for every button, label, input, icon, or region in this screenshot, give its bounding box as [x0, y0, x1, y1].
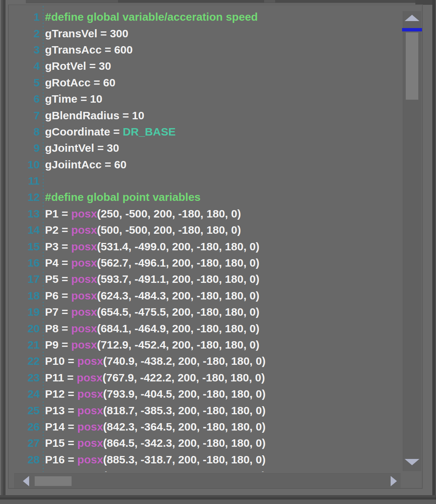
code-token-func: posx [77, 453, 103, 466]
code-line: 6gTime = 10 [10, 91, 403, 107]
line-number: 3 [10, 44, 42, 56]
code-token-plain: (818.7, -385.3, 200, -180, 180, 0) [103, 404, 266, 416]
code-token-plain: P2 = [45, 224, 71, 236]
code-text: gBlendRadius = 10 [45, 109, 144, 122]
code-line: 13P1 = posx(250, -500, 200, -180, 180, 0… [10, 206, 403, 222]
code-token-func: posx [77, 404, 103, 416]
window-frame-bottom-edge [0, 500, 436, 504]
code-text: P12 = posx(793.9, -404.5, 200, -180, 180… [45, 388, 266, 400]
code-line: 10gJoiintAcc = 60 [10, 157, 403, 173]
line-number: 25 [10, 404, 42, 417]
code-token-plain: P10 = [45, 355, 77, 367]
code-token-plain: gRotVel = 30 [45, 60, 111, 72]
line-number: 23 [10, 371, 42, 384]
scroll-left-arrow-icon[interactable] [23, 476, 29, 486]
code-token-func: posx [71, 224, 97, 236]
code-token-plain: P6 = [45, 289, 71, 302]
code-token-plain: P15 = [45, 437, 77, 449]
code-token-plain: (740.9, -438.2, 200, -180, 180, 0) [103, 355, 266, 367]
vertical-scrollbar-thumb[interactable] [406, 32, 418, 100]
cropped-toolbar-button-edge [118, 0, 264, 3]
code-token-plain: P7 = [45, 306, 71, 318]
code-line: 27P15 = posx(864.5, -342.3, 200, -180, 1… [10, 435, 403, 451]
code-line: 2gTransVel = 300 [10, 25, 403, 41]
code-token-plain: gJoiintAcc = 60 [45, 158, 127, 171]
line-number: 8 [10, 126, 42, 138]
horizontal-scrollbar[interactable] [14, 473, 401, 488]
window-frame-right [432, 0, 435, 504]
code-token-plain: (562.7, -496.1, 200, -180, 180, 0) [97, 257, 259, 269]
code-text: P5 = posx(593.7, -491.1, 200, -180, 180,… [45, 273, 259, 285]
line-number: 15 [10, 240, 42, 253]
code-text: #define global point variables [45, 191, 201, 203]
code-token-func: posx [71, 257, 97, 269]
horizontal-scrollbar-thumb[interactable] [35, 476, 72, 486]
code-token-plain: (793.9, -404.5, 200, -180, 180, 0) [103, 388, 266, 400]
code-line: 19P7 = posx(654.5, -475.5, 200, -180, 18… [10, 304, 403, 320]
line-number: 5 [10, 76, 42, 89]
code-token-plain: (842.3, -364.5, 200, -180, 180, 0) [103, 421, 266, 433]
code-line: 20P8 = posx(684.1, -464.9, 200, -180, 18… [10, 320, 403, 336]
scroll-position-indicator [402, 28, 422, 31]
code-text: P16 = posx(885.3, -318.7, 200, -180, 180… [45, 453, 266, 466]
scroll-right-arrow-icon[interactable] [391, 476, 397, 486]
code-token-plain: (904.7, -293.9, 200, -180, 180, 0) [103, 470, 266, 472]
code-line: 1#define global variable/acceration spee… [10, 9, 403, 25]
code-line: 8gCoordinate = DR_BASE [10, 124, 403, 140]
code-token-plain: P17 = [45, 470, 77, 472]
code-line: 7gBlendRadius = 10 [10, 107, 403, 123]
line-number: 16 [10, 257, 42, 269]
code-line: 15P3 = posx(531.4, -499.0, 200, -180, 18… [10, 238, 403, 254]
code-token-plain: (767.9, -422.2, 200, -180, 180, 0) [103, 371, 265, 384]
code-token-plain: gTime = 10 [45, 93, 102, 105]
code-line: 9gJointVel = 30 [10, 140, 403, 156]
code-token-const: DR_BASE [123, 126, 176, 138]
line-number: 21 [10, 339, 42, 351]
scroll-down-arrow-icon[interactable] [405, 459, 419, 465]
code-token-func: posx [77, 355, 103, 367]
code-token-plain: gTransVel = 300 [45, 27, 128, 40]
code-token-comment: #define global point variables [45, 191, 201, 203]
code-line: 18P6 = posx(624.3, -484.3, 200, -180, 18… [10, 288, 403, 304]
line-number: 10 [10, 158, 42, 171]
code-token-plain: (500, -500, 200, -180, 180, 0) [97, 224, 241, 236]
vertical-scrollbar[interactable] [403, 11, 421, 471]
code-token-plain: P5 = [45, 273, 71, 285]
code-token-plain: P8 = [45, 322, 71, 335]
code-token-plain: (624.3, -484.3, 200, -180, 180, 0) [97, 289, 259, 302]
code-line: 14P2 = posx(500, -500, 200, -180, 180, 0… [10, 222, 403, 238]
script-editor-panel: 1#define global variable/acceration spee… [8, 4, 423, 489]
code-token-plain: (250, -500, 200, -180, 180, 0) [97, 208, 241, 220]
line-number: 14 [10, 224, 42, 236]
code-token-func: posx [71, 273, 97, 285]
code-token-plain: P11 = [45, 371, 77, 384]
code-text: P1 = posx(250, -500, 200, -180, 180, 0) [45, 208, 241, 220]
code-editor-window: 1#define global variable/acceration spee… [0, 0, 436, 504]
code-line: 24P12 = posx(793.9, -404.5, 200, -180, 1… [10, 386, 403, 402]
code-line: 3gTransAcc = 600 [10, 42, 403, 58]
code-area[interactable]: 1#define global variable/acceration spee… [10, 6, 403, 472]
code-token-func: posx [77, 388, 103, 400]
code-text: #define global variable/acceration speed [45, 11, 258, 23]
code-text: P15 = posx(864.5, -342.3, 200, -180, 180… [45, 437, 266, 449]
code-line: 22P10 = posx(740.9, -438.2, 200, -180, 1… [10, 353, 403, 369]
line-number: 13 [10, 208, 42, 220]
code-token-plain: (654.5, -475.5, 200, -180, 180, 0) [97, 306, 259, 318]
code-text: P6 = posx(624.3, -484.3, 200, -180, 180,… [45, 289, 259, 302]
code-token-plain: gBlendRadius = 10 [45, 109, 144, 121]
code-token-plain: P3 = [45, 240, 71, 253]
line-number: 9 [10, 142, 42, 154]
line-number: 7 [10, 109, 42, 122]
line-number: 17 [10, 273, 42, 285]
line-number: 24 [10, 388, 42, 400]
code-token-func: posx [71, 322, 97, 335]
line-number: 26 [10, 421, 42, 433]
code-text: gJointVel = 30 [45, 142, 119, 154]
code-token-plain: gRotAcc = 60 [45, 76, 115, 89]
code-line: 11 [10, 173, 403, 189]
code-token-plain: P1 = [45, 208, 71, 220]
code-text: P10 = posx(740.9, -438.2, 200, -180, 180… [45, 355, 266, 367]
cropped-toolbar-button-edge [275, 0, 415, 3]
line-number: 1 [10, 11, 42, 23]
scroll-up-arrow-icon[interactable] [405, 15, 419, 21]
